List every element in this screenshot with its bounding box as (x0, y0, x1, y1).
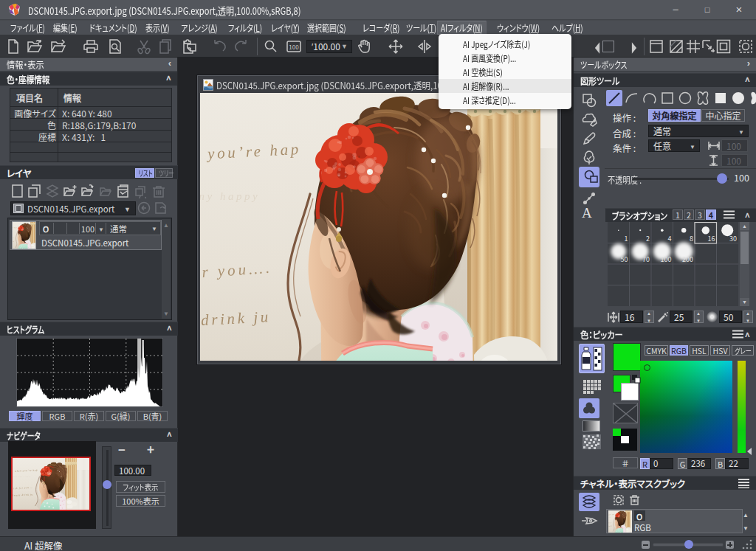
svg-text:100: 100 (289, 43, 299, 51)
svg-text:4: 4 (668, 234, 672, 243)
svg-text:30: 30 (729, 234, 737, 243)
svg-text:16: 16 (708, 234, 715, 243)
svg-text:8: 8 (690, 234, 693, 243)
svg-text:100: 100 (661, 254, 672, 264)
svg-text:2: 2 (646, 234, 650, 243)
svg-text:1: 1 (625, 234, 628, 243)
svg-text:50: 50 (621, 254, 628, 264)
svg-text:200: 200 (682, 254, 693, 264)
svg-text:70: 70 (642, 254, 650, 264)
